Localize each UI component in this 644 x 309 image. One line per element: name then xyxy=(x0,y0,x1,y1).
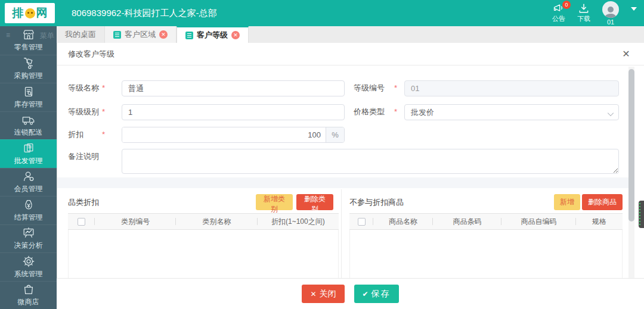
chevron-down-icon xyxy=(608,110,614,116)
required-mark: * xyxy=(102,127,105,142)
sidebar-item-retail[interactable]: ≡ 菜单 零售管理 xyxy=(0,26,57,55)
chevron-down-icon[interactable] xyxy=(631,7,637,11)
sidebar-item-label: 会员管理 xyxy=(14,184,43,194)
chart-board-icon xyxy=(22,226,35,239)
section-divider xyxy=(57,177,628,188)
announcement-button[interactable]: 0 公告 xyxy=(552,3,565,23)
documents-icon xyxy=(22,142,35,155)
product-table-body xyxy=(349,230,623,278)
column-header: 商品自编码 xyxy=(501,214,576,230)
select-all-header xyxy=(349,214,373,230)
remark-textarea[interactable] xyxy=(122,149,619,174)
sidebar-item-analytics[interactable]: 决策分析 xyxy=(0,224,57,253)
logo-text-right: 网 xyxy=(36,5,48,21)
edit-customer-level-panel: 修改客户等级 ✕ 等级名称 * 等级编号 * 等级级别 * 价格类型 * 批发价… xyxy=(57,43,644,309)
user-menu[interactable]: 01 xyxy=(602,1,619,26)
money-bag-icon xyxy=(22,198,35,211)
discount-label: 折扣 xyxy=(68,127,83,142)
column-header: 类别编号 xyxy=(95,214,176,230)
modal-title: 修改客户等级 xyxy=(68,43,114,65)
level-rank-label: 等级级别 xyxy=(68,104,99,120)
close-button-label: 关闭 xyxy=(320,289,336,299)
sidebar-item-delivery[interactable]: 连锁配送 xyxy=(0,111,57,140)
required-mark: * xyxy=(102,80,105,96)
level-name-input[interactable] xyxy=(122,80,345,96)
close-x-icon: ✕ xyxy=(310,290,316,298)
modal-footer: ✕ 关闭 ✔ 保存 xyxy=(57,278,644,309)
document-icon xyxy=(113,31,121,39)
modal-header: 修改客户等级 ✕ xyxy=(57,43,644,65)
avatar xyxy=(602,1,619,18)
tab-customer-region[interactable]: 客户区域 ✕ xyxy=(104,26,177,43)
edge-sidebar-handle[interactable] xyxy=(639,201,644,228)
discount-field: % xyxy=(122,127,345,143)
level-code-input xyxy=(404,80,619,96)
tab-bar: 我的桌面 客户区域 ✕ 客户等级 ✕ xyxy=(57,26,644,43)
level-name-label: 等级名称 xyxy=(68,80,99,96)
sidebar-nav: ≡ 菜单 零售管理 采购管理 库存管理 连锁配送 批发管理 xyxy=(0,26,57,309)
shop-bag-icon xyxy=(22,283,35,296)
scrollbar-thumb[interactable] xyxy=(628,69,634,221)
sidebar-item-microshop[interactable]: 微商店 xyxy=(0,281,57,309)
sidebar-item-label: 连锁配送 xyxy=(14,127,43,138)
tab-my-desktop[interactable]: 我的桌面 xyxy=(57,26,104,43)
price-type-value: 批发价 xyxy=(411,108,434,117)
check-icon: ✔ xyxy=(363,290,369,298)
sidebar-item-system[interactable]: 系统管理 xyxy=(0,252,57,281)
tab-label: 我的桌面 xyxy=(65,29,96,40)
category-panel-title: 品类折扣 xyxy=(68,194,99,210)
required-mark: * xyxy=(394,104,397,120)
top-bar: 排 网 8069839962-科技园打工人之家-总部 0 公告 下载 xyxy=(0,0,644,26)
download-button[interactable]: 下载 xyxy=(577,3,590,23)
save-button[interactable]: ✔ 保存 xyxy=(354,285,399,303)
close-button[interactable]: ✕ 关闭 xyxy=(302,285,344,303)
column-header: 规格 xyxy=(576,214,623,230)
price-type-label: 价格类型 xyxy=(354,104,385,120)
sidebar-item-members[interactable]: 会员管理 xyxy=(0,168,57,196)
gear-icon xyxy=(22,255,35,268)
required-mark: * xyxy=(102,104,105,120)
level-code-label: 等级编号 xyxy=(354,80,385,96)
member-icon xyxy=(22,170,35,183)
sidebar-item-label: 系统管理 xyxy=(14,269,43,279)
store-title: 8069839962-科技园打工人之家-总部 xyxy=(72,0,216,26)
sidebar-item-label: 采购管理 xyxy=(14,71,43,81)
mascot-icon xyxy=(25,8,35,18)
sidebar-item-label: 库存管理 xyxy=(14,99,43,110)
required-mark: * xyxy=(394,80,397,96)
level-rank-input[interactable] xyxy=(122,104,345,120)
tab-customer-level[interactable]: 客户等级 ✕ xyxy=(177,26,249,43)
hamburger-icon: ≡ xyxy=(6,31,10,41)
delete-product-button[interactable]: 删除商品 xyxy=(582,194,623,210)
sidebar-item-inventory[interactable]: 库存管理 xyxy=(0,83,57,111)
download-label: 下载 xyxy=(577,14,590,23)
column-header: 商品条码 xyxy=(433,214,501,230)
category-table: 类别编号 类别名称 折扣(1~100之间) xyxy=(68,213,339,278)
announcement-badge: 0 xyxy=(562,1,571,9)
add-category-button[interactable]: 新增类别 xyxy=(256,194,293,210)
sidebar-item-label: 决策分析 xyxy=(14,241,43,251)
tab-label: 客户等级 xyxy=(197,30,228,40)
select-all-checkbox[interactable] xyxy=(78,218,85,226)
sidebar-item-label: 零售管理 xyxy=(14,42,43,52)
percent-unit: % xyxy=(326,127,344,142)
truck-icon xyxy=(21,113,36,126)
product-table: 商品名称 商品条码 商品自编码 规格 xyxy=(349,213,623,278)
column-header: 商品名称 xyxy=(373,214,433,230)
delete-category-button[interactable]: 删除类别 xyxy=(296,194,333,210)
add-product-button[interactable]: 新增 xyxy=(554,194,580,210)
scrollbar-track[interactable] xyxy=(628,67,634,278)
select-all-header xyxy=(68,214,95,230)
close-icon[interactable]: ✕ xyxy=(620,48,632,60)
select-all-checkbox[interactable] xyxy=(358,218,366,226)
document-icon xyxy=(185,32,193,39)
close-icon[interactable]: ✕ xyxy=(159,30,168,39)
sidebar-item-wholesale[interactable]: 批发管理 xyxy=(0,139,57,168)
app-logo[interactable]: 排 网 xyxy=(5,3,55,23)
storefront-icon xyxy=(22,28,35,41)
price-type-select[interactable]: 批发价 xyxy=(404,104,619,120)
sidebar-item-settlement[interactable]: 结算管理 xyxy=(0,196,57,224)
close-icon[interactable]: ✕ xyxy=(231,31,240,39)
sidebar-item-purchase[interactable]: 采购管理 xyxy=(0,55,57,83)
discount-input[interactable] xyxy=(122,127,326,142)
